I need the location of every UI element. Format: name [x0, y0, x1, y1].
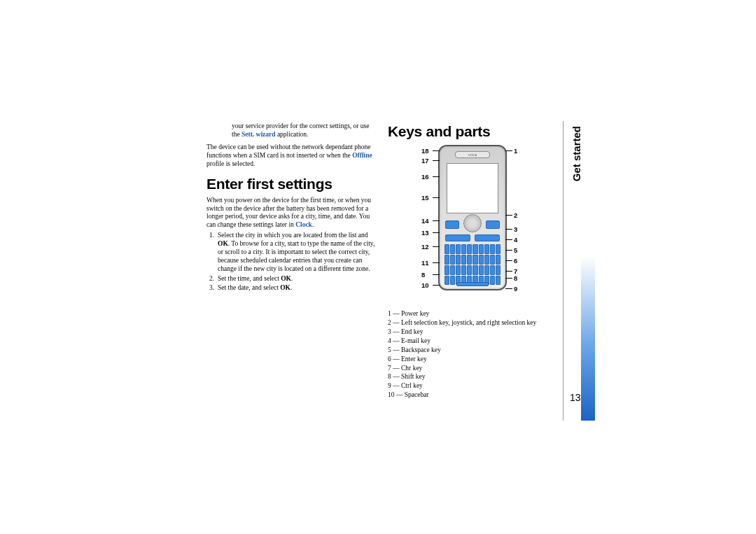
thumb-gradient	[581, 121, 595, 421]
keys-and-parts-heading: Keys and parts	[388, 122, 556, 141]
text: Set the date, and select	[218, 284, 280, 291]
leader-line	[433, 274, 440, 275]
key	[444, 255, 449, 265]
text: Set the time, and select	[218, 275, 281, 282]
section-tab: Get started	[570, 126, 582, 181]
clock-link: Clock	[295, 221, 312, 228]
offline-link: Offline	[352, 152, 372, 159]
carryover-paragraph: your service provider for the correct se…	[206, 122, 375, 139]
step-1: 1. Select the city in which you are loca…	[206, 232, 375, 273]
joystick	[463, 214, 482, 232]
sett-wizard-link: Sett. wizard	[241, 131, 276, 138]
step-number: 1.	[206, 232, 218, 273]
callout-8: 8	[514, 274, 517, 283]
step-2: 2. Set the time, and select OK.	[206, 275, 375, 283]
enter-first-settings-intro: When you power on the device for the fir…	[206, 197, 375, 230]
spacebar	[456, 282, 489, 286]
step-number: 2.	[206, 275, 218, 283]
leader-line	[433, 262, 440, 263]
key	[467, 244, 472, 254]
leader-line	[505, 260, 512, 261]
callout-3: 3	[514, 225, 517, 234]
legend-item: 3 — End key	[388, 328, 556, 337]
leader-line	[505, 250, 512, 251]
key	[461, 255, 466, 265]
leader-line	[505, 229, 512, 230]
callout-10: 10	[421, 281, 429, 290]
key	[456, 255, 461, 265]
leader-line	[433, 176, 440, 177]
leader-line	[433, 197, 440, 198]
legend-item: 4 — E-mail key	[388, 337, 556, 346]
ok-label: OK	[281, 275, 291, 282]
leader-line	[433, 246, 440, 247]
vertical-divider	[563, 121, 564, 421]
key	[479, 265, 484, 275]
text: .	[312, 221, 314, 228]
leader-line	[505, 278, 512, 279]
callout-17: 17	[421, 157, 429, 165]
key	[444, 244, 449, 254]
page-number: 13	[570, 392, 581, 403]
leader-line	[505, 239, 512, 240]
key	[490, 265, 495, 275]
legend-list: 1 — Power key2 — Left selection key, joy…	[388, 310, 556, 400]
key	[472, 244, 477, 254]
legend-item: 1 — Power key	[388, 310, 556, 318]
left-column: your service provider for the correct se…	[206, 122, 375, 400]
left-softkey	[445, 220, 459, 229]
key	[467, 255, 472, 265]
leader-line	[433, 285, 440, 286]
legend-item: 5 — Backspace key	[388, 346, 556, 355]
key	[472, 255, 477, 265]
callout-18: 18	[421, 147, 429, 155]
callout-6: 6	[514, 257, 517, 265]
callout-16: 16	[421, 173, 429, 181]
key	[472, 265, 477, 275]
key	[484, 265, 489, 275]
softkey-row	[445, 218, 500, 232]
leader-line	[433, 220, 440, 221]
legend-item: 2 — Left selection key, joystick, and ri…	[388, 319, 556, 328]
page-content: your service provider for the correct se…	[206, 122, 556, 400]
callout-8: 8	[421, 271, 425, 279]
key	[450, 265, 455, 275]
leader-line	[505, 288, 512, 289]
legend-item: 7 — Chr key	[388, 365, 556, 373]
key	[456, 265, 461, 275]
key	[496, 276, 500, 286]
leader-line	[505, 215, 512, 216]
key	[450, 276, 455, 286]
right-softkey	[486, 220, 500, 229]
legend-item: 8 — Shift key	[388, 373, 556, 381]
callout-2: 2	[514, 211, 517, 220]
earpiece: NOKIA	[455, 151, 490, 158]
key	[496, 265, 500, 275]
step-number: 3.	[206, 284, 218, 293]
key	[467, 265, 472, 275]
leader-line	[433, 150, 440, 151]
callout-13: 13	[421, 229, 429, 237]
key	[484, 244, 489, 254]
step-body: Set the time, and select OK.	[218, 275, 375, 283]
key	[490, 244, 495, 254]
text: profile is selected.	[206, 160, 255, 167]
legend-item: 9 — Ctrl key	[388, 382, 556, 391]
key	[484, 255, 489, 265]
qwerty-keypad	[444, 244, 500, 285]
leader-line	[505, 150, 512, 151]
phone-diagram: NOKIA 1817161514131211810 123456789	[388, 145, 556, 306]
ok-label: OK	[280, 284, 290, 291]
key	[490, 255, 495, 265]
enter-first-settings-heading: Enter first settings	[206, 175, 375, 193]
text: . To browse for a city, start to type th…	[218, 240, 374, 272]
text: The device can be used without the netwo…	[206, 143, 371, 159]
key	[456, 244, 461, 254]
key	[496, 255, 500, 265]
key	[450, 255, 455, 265]
callout-12: 12	[421, 243, 429, 251]
text: When you power on the device for the fir…	[206, 197, 371, 229]
key	[461, 244, 466, 254]
ok-label: OK	[218, 240, 228, 247]
step-body: Set the date, and select OK.	[218, 284, 375, 293]
